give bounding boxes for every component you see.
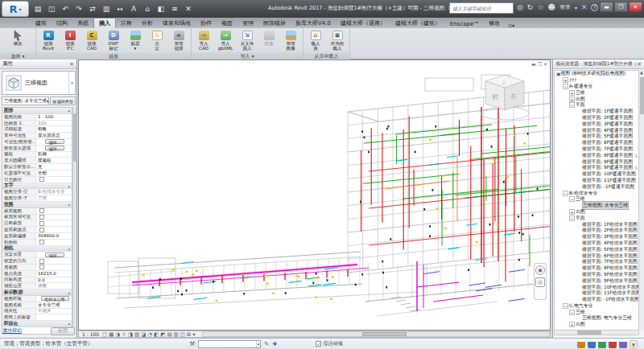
贴花▾-button[interactable]: 贴花▾	[125, 29, 146, 52]
tab-附加模块[interactable]: 附加模块	[258, 18, 291, 28]
tab-结构[interactable]: 结构	[52, 18, 72, 28]
filter-toggle[interactable]: ▼	[630, 340, 638, 348]
drag-on-selection-toggle[interactable]	[619, 340, 627, 348]
favorites-star-icon[interactable]: ☆	[537, 3, 543, 11]
property-value[interactable]	[36, 258, 72, 264]
property-value[interactable]: 三维	[36, 195, 72, 201]
property-value[interactable]	[36, 215, 72, 220]
property-checkbox[interactable]	[39, 215, 44, 220]
property-group-文字[interactable]: 文字▴	[2, 183, 72, 190]
expand-plus-icon[interactable]: +	[569, 209, 575, 215]
tab-分析[interactable]: 分析	[137, 18, 158, 28]
管理链接-button[interactable]: ∞管理链接	[168, 29, 189, 52]
property-value[interactable]	[36, 265, 72, 270]
property-edit-button[interactable]: 给排水三维	[41, 296, 69, 301]
property-group-相机[interactable]: 相机▴	[2, 246, 72, 253]
infocenter-search[interactable]	[449, 2, 514, 14]
tab-视图[interactable]: 视图	[217, 18, 237, 28]
expand-minus-icon[interactable]: −	[569, 196, 575, 202]
expand-plus-icon[interactable]: +	[569, 322, 575, 327]
sun-path-icon[interactable]: ◑	[115, 331, 120, 338]
expand-plus-icon[interactable]: +	[569, 90, 575, 96]
property-group-图形[interactable]: 图形▴	[2, 108, 72, 114]
apply-button[interactable]: 应用	[51, 327, 75, 335]
property-value[interactable]: 1 : 100	[36, 114, 72, 120]
tab-协作[interactable]: 协作	[196, 18, 217, 28]
user-icon[interactable]: ☻	[547, 3, 555, 11]
property-value[interactable]	[36, 240, 72, 245]
property-value[interactable]: 无	[36, 164, 72, 170]
model-3d-view[interactable]: 前 右 上	[79, 60, 550, 330]
expand-minus-icon[interactable]: −	[563, 191, 568, 196]
property-value[interactable]: 调整	[36, 283, 72, 289]
section-icon[interactable]: ◧	[155, 3, 167, 14]
property-group-范围[interactable]: 范围▴	[2, 202, 72, 208]
default-3d-view-icon[interactable]: ⌂	[142, 3, 153, 14]
application-menu-button[interactable]: R ▾	[2, 1, 29, 17]
edit-type-button[interactable]: ▦ 编辑类型	[50, 96, 76, 105]
tab-建模大师（通用）[interactable]: 建模大师（通用）	[336, 18, 390, 28]
tree-item[interactable]: +三维	[555, 89, 638, 96]
panel-label-3[interactable]: 从库中载入	[303, 52, 349, 60]
zoom-icon[interactable]: ◎	[535, 277, 545, 287]
property-checkbox[interactable]	[39, 259, 44, 264]
tab-建筑[interactable]: 建筑	[31, 18, 52, 28]
DWF标记-button[interactable]: DDWF标记	[103, 29, 124, 52]
select-underlay-toggle[interactable]	[588, 340, 596, 348]
property-value[interactable]: 水专业三维	[36, 302, 72, 308]
property-edit-button[interactable]: 编辑...	[45, 139, 65, 144]
expand-minus-icon[interactable]: −	[563, 303, 568, 309]
管理图像-button[interactable]: 管理图像	[280, 29, 301, 52]
tab-修改[interactable]: 修改	[484, 18, 505, 28]
tab-Enscape™[interactable]: Enscape™	[445, 20, 484, 28]
链接Revit-button[interactable]: R链接Revit	[38, 29, 59, 52]
property-value[interactable]	[36, 314, 72, 320]
undo-icon[interactable]: ↶	[60, 3, 71, 14]
property-group-标识数据[interactable]: 标识数据▴	[2, 289, 72, 296]
property-value[interactable]: 304800.0	[36, 233, 72, 239]
tab-建模大师（建筑）[interactable]: 建模大师（建筑）	[390, 18, 445, 28]
tree-item[interactable]: 楼层平面: -1F给排水平面图	[555, 297, 638, 303]
select-pinned-toggle[interactable]	[598, 340, 606, 348]
载入族-button[interactable]: ⌂载入族	[305, 29, 326, 52]
点云-button[interactable]: ∴点云	[147, 29, 167, 52]
ribbon-display-toggle-icon[interactable]: ⊡▾	[508, 23, 514, 28]
design-options-icon[interactable]: ❖	[272, 341, 277, 347]
panel-label-2[interactable]: 导入 ▾	[192, 52, 303, 60]
close-icon[interactable]: ✕	[637, 61, 642, 68]
properties-scrollbar[interactable]	[72, 107, 76, 335]
shadows-icon[interactable]: ☼	[122, 331, 126, 338]
tree-item[interactable]: −C-电气专业	[555, 302, 638, 309]
temporary-view-icon[interactable]: ▤	[167, 331, 171, 338]
exchange-apps-icon[interactable]: ✕	[581, 3, 588, 11]
text-icon[interactable]: A	[128, 3, 139, 14]
canvas-horizontal-scrollbar[interactable]	[202, 331, 550, 337]
tree-item[interactable]: +出图	[555, 322, 638, 328]
property-value[interactable]: 16215.0	[36, 271, 72, 277]
view-minimize-icon[interactable]: ▬	[531, 61, 536, 67]
select-by-face-toggle[interactable]	[609, 340, 617, 348]
expand-minus-icon[interactable]: −	[569, 216, 575, 221]
drawing-area[interactable]: 前 右 上 ▬ ❐ ✕ ◉ ◎	[78, 60, 551, 331]
修改-button[interactable]: 修改	[2, 29, 34, 52]
restore-button[interactable]: ❐	[614, 2, 628, 12]
property-checkbox[interactable]	[39, 208, 44, 213]
tree-item[interactable]: +???	[555, 77, 638, 84]
transfer-icon[interactable]: ⇄	[87, 3, 98, 14]
property-value[interactable]: 不相关	[36, 309, 72, 314]
property-value[interactable]	[36, 227, 72, 232]
tab-系统[interactable]: 系统	[72, 18, 93, 28]
导入CAD-button[interactable]: →导入CAD	[193, 29, 214, 52]
property-value[interactable]	[36, 177, 72, 183]
property-value[interactable]: B-给排水专业	[36, 189, 72, 195]
property-value[interactable]: 0.0	[36, 277, 72, 283]
active-only-checkbox[interactable]: ✓ 仅活动项	[316, 340, 342, 347]
property-value[interactable]: 100	[36, 121, 72, 126]
thin-lines-icon[interactable]: ≡	[169, 3, 180, 14]
search-input[interactable]	[450, 6, 506, 11]
property-checkbox[interactable]	[39, 177, 44, 182]
tree-item[interactable]: −B-给排水专业	[555, 190, 638, 196]
view-restore-icon[interactable]: ❐	[538, 61, 542, 67]
view-scale-button[interactable]: 1 : 100	[79, 331, 102, 337]
constraints-icon[interactable]: ◫	[180, 331, 185, 338]
